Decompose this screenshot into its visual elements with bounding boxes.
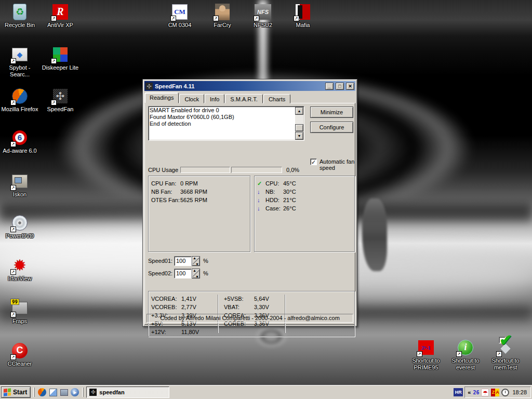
voltage-row: VCOREA:1,41V — [151, 295, 219, 303]
taskbar-clock[interactable]: 18:28 — [511, 389, 528, 395]
quicklaunch-media-player-icon[interactable]: ▶ — [70, 388, 79, 397]
desktop-icon-recycle-bin[interactable]: ♻ Recycle Bin — [0, 3, 43, 29]
temp-value: 45°C — [283, 179, 296, 188]
scroll-down-icon[interactable]: ▼ — [295, 132, 303, 140]
speed02-spinner[interactable]: ▲▼ — [192, 269, 200, 278]
icon-label: Shortcut to — [412, 357, 440, 364]
language-indicator[interactable]: HR — [454, 388, 463, 396]
desktop-icon-spybot[interactable]: ◆↗ Spybot -Searc... — [0, 46, 43, 78]
icon-label: Ad-aware 6.0 — [3, 148, 36, 154]
fan-label: OTES Fan: — [151, 196, 180, 204]
window-titlebar[interactable]: ✣ SpeedFan 4.11 _ □ ✕ — [144, 81, 355, 91]
taskbar-button-speedfan[interactable]: ✣ speedfan — [86, 387, 169, 398]
icon-label: Fraps — [12, 318, 27, 325]
tray-zonealarm-icon[interactable]: ZA — [491, 389, 499, 396]
shortcut-arrow-icon: ↗ — [294, 16, 299, 21]
desktop-icon-nfsu2[interactable]: NFS↗ NFSU2 — [240, 3, 286, 29]
fan-value: 5625 RPM — [180, 196, 207, 204]
minimize-window-button[interactable]: _ — [325, 83, 334, 90]
shortcut-arrow-icon: ↗ — [51, 100, 57, 105]
speed02-input[interactable]: 100 — [174, 269, 192, 278]
desktop-icon-everest[interactable]: i↗ Shortcut toeverest — [443, 339, 488, 371]
tray-chevron-icon[interactable]: « — [468, 389, 471, 395]
tab-clock[interactable]: Clock — [179, 94, 204, 103]
desktop-icon-iskon[interactable]: ↗ Iskon — [0, 172, 43, 198]
quicklaunch-show-desktop-icon[interactable] — [48, 388, 58, 397]
icon-label: Mafia — [296, 22, 310, 29]
tray-alarm-clock-icon[interactable] — [501, 389, 509, 396]
windows-logo-icon — [4, 388, 11, 396]
desktop-icon-powerdvd[interactable]: ↗ PowerDVD — [0, 214, 43, 240]
tray-antivir-icon[interactable]: ☂ — [481, 389, 489, 396]
system-tray: « 26 ☂ ZA 18:28 — [464, 387, 531, 398]
toolbar-grip[interactable] — [33, 388, 35, 397]
fan-label: NB Fan: — [151, 188, 180, 196]
log-scrollbar[interactable]: ▲ ▼ — [295, 107, 303, 140]
quicklaunch-firefox-icon[interactable] — [37, 388, 47, 397]
start-button[interactable]: Start — [1, 387, 31, 398]
speed01-input[interactable]: 100 — [174, 256, 192, 266]
fans-groupbox: CPU Fan:0 RPM NB Fan:3668 RPM OTES Fan:5… — [148, 176, 250, 252]
speed01-spinner[interactable]: ▲▼ — [192, 256, 200, 266]
icon-label: FarCry — [214, 22, 231, 29]
desktop-icon-prime95[interactable]: 2ᵖ-1↗ Shortcut toPRIME95 — [403, 339, 449, 371]
automatic-fan-speed-checkbox[interactable]: ✓ Automatic fan speed — [310, 158, 355, 171]
desktop-icon-mafia[interactable]: ↗ Mafia — [280, 3, 326, 29]
shortcut-arrow-icon: ↗ — [254, 16, 259, 21]
maximize-window-button[interactable]: □ — [336, 83, 344, 90]
speed-label: Speed02: — [148, 270, 174, 276]
shortcut-arrow-icon: ↗ — [170, 16, 176, 21]
desktop-icon-cm0304[interactable]: CM↗ CM 0304 — [157, 3, 203, 29]
tab-smart[interactable]: S.M.A.R.T. — [225, 94, 263, 103]
desktop-icon-irfanview[interactable]: ✹↗ IrfanView — [0, 257, 43, 282]
icon-label: Mozilla Firefox — [2, 106, 38, 113]
recycle-bin-icon: ♻ — [13, 4, 26, 20]
desktop-icon-farcry[interactable]: ↗ FarCry — [200, 3, 245, 29]
cpu-usage-row: CPU Usage 0,0% — [148, 167, 304, 173]
icon-label: AntiVir XP — [47, 22, 73, 29]
toolbar-grip[interactable] — [82, 388, 84, 397]
speed-label: Speed01: — [148, 258, 174, 264]
desktop-icon-firefox[interactable]: ↗ Mozilla Firefox — [0, 87, 43, 113]
detection-log-list[interactable]: SMART Enabled for drive 0 Found Maxtor 6… — [148, 106, 304, 141]
voltage-row: +12V:11,80V — [151, 328, 219, 336]
desktop-icon-antivir[interactable]: R↗ AntiVir XP — [37, 3, 83, 29]
voltage-value: 2,77V — [181, 303, 196, 311]
scroll-up-icon[interactable]: ▲ — [295, 107, 303, 115]
quicklaunch-window-icon[interactable] — [59, 388, 69, 397]
desktop-icon-adaware[interactable]: 6↗ Ad-aware 6.0 — [0, 129, 43, 154]
temp-value: 21°C — [283, 196, 296, 204]
minimize-button[interactable]: Minimize — [310, 107, 353, 118]
shortcut-arrow-icon: ↗ — [10, 354, 16, 360]
arrow-down-icon: ↓ — [257, 188, 265, 196]
configure-button[interactable]: Configure — [310, 122, 353, 133]
desktop-icon-diskeeper[interactable]: ↗ Diskeeper Lite — [37, 46, 83, 71]
tray-speedfan-temp[interactable]: 26 — [473, 390, 479, 395]
log-line: SMART Enabled for drive 0 — [150, 107, 303, 114]
fan-row: NB Fan:3668 RPM — [151, 188, 247, 196]
checkbox-label: Automatic fan speed — [320, 158, 355, 171]
icon-label: NFSU2 — [254, 22, 272, 29]
percent-label: % — [203, 258, 208, 264]
desktop-icon-ccleaner[interactable]: C↗ CCleaner — [0, 342, 43, 367]
voltage-label: +5VSB: — [224, 295, 254, 303]
desktop-icon-speedfan[interactable]: ✣↗ SpeedFan — [37, 87, 83, 113]
arrow-down-icon: ↓ — [257, 196, 265, 204]
shortcut-arrow-icon: ↗ — [51, 58, 57, 64]
voltage-value: 1,41V — [181, 295, 196, 303]
fan-value: 3668 RPM — [180, 188, 207, 196]
tab-info[interactable]: Info — [205, 94, 224, 103]
voltage-label: +12V: — [151, 328, 181, 336]
desktop-icon-fraps[interactable]: ↗ Fraps — [0, 299, 43, 325]
tab-charts[interactable]: Charts — [263, 94, 290, 103]
close-window-button[interactable]: ✕ — [346, 83, 354, 90]
icon-label: Shortcut to — [491, 357, 519, 364]
tab-readings[interactable]: Readings — [144, 92, 179, 103]
cpu-usage-bar-1 — [180, 167, 230, 173]
scrollbar-thumb[interactable] — [295, 124, 303, 131]
window-statusbar: Coded by Alfredo Milani Comparetti - 200… — [147, 314, 353, 323]
fan-value: 0 RPM — [180, 179, 198, 188]
desktop-icon-memtest[interactable]: ✔↗ Shortcut tomemTest — [483, 339, 528, 371]
cpu-usage-value: 0,0% — [286, 167, 299, 173]
temp-row: ↓Case:26°C — [257, 204, 352, 212]
